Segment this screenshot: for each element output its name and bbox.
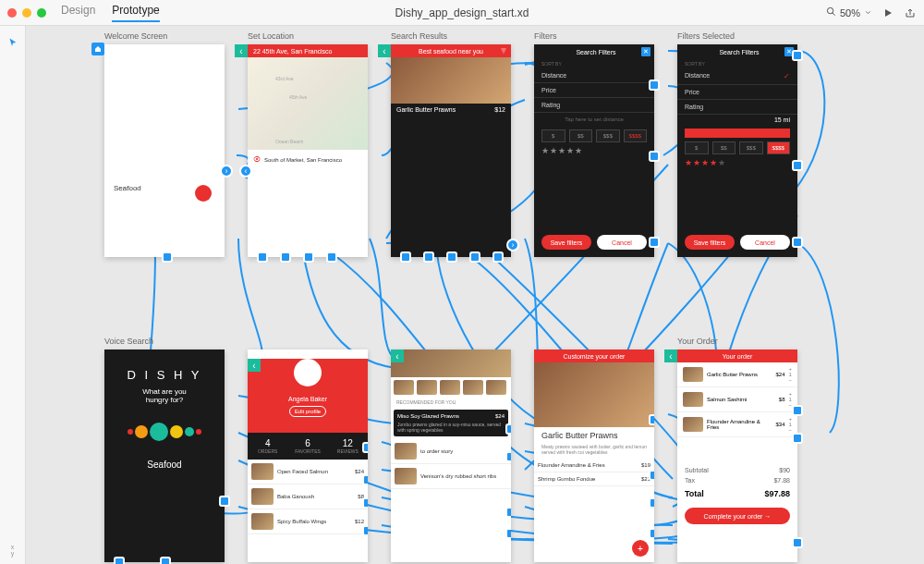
price-3[interactable]: $$$	[739, 141, 763, 154]
thumbnail-row[interactable]	[391, 377, 511, 398]
wire-handle[interactable]	[505, 451, 511, 462]
wire-handle[interactable]	[505, 528, 511, 539]
wire-handle[interactable]	[792, 50, 803, 61]
wire-handle[interactable]	[649, 80, 660, 91]
wire-handle[interactable]: ‹	[239, 165, 252, 178]
artboard-filters[interactable]: Filters Search Filters ✕ SORT BY Distanc…	[534, 44, 654, 257]
play-button[interactable]	[881, 6, 894, 19]
wire-handle[interactable]	[219, 496, 230, 507]
wire-handle[interactable]	[362, 497, 368, 509]
wire-handle[interactable]	[649, 528, 654, 539]
cancel-button[interactable]: Cancel	[740, 235, 790, 250]
order-item[interactable]: Salmon Sashimi$8+1−	[677, 387, 797, 412]
artboard-voice-search[interactable]: Voice Search D I S H Y What are you hung…	[104, 349, 225, 562]
list-item[interactable]: Spicy Buffalo Wings$12	[248, 509, 368, 534]
wire-handle[interactable]	[649, 497, 654, 509]
close-window-button[interactable]	[7, 8, 17, 18]
save-filters-button[interactable]: Save filters	[685, 235, 735, 250]
list-item[interactable]: Baba Ganoush$8	[248, 484, 368, 509]
wire-handle[interactable]	[326, 251, 337, 263]
wire-handle[interactable]	[160, 557, 171, 564]
wire-handle[interactable]: ›	[220, 165, 233, 178]
price-2[interactable]: $$	[569, 129, 593, 142]
rating-stars[interactable]: ★★★★★	[541, 146, 647, 155]
filter-price[interactable]: Price	[534, 83, 654, 98]
wire-handle[interactable]	[469, 251, 480, 263]
stat-favorites[interactable]: 6FAVORITES	[287, 433, 327, 460]
list-item[interactable]: Shrimp Gumbo Fondue$21	[534, 472, 654, 486]
pointer-tool-icon[interactable]	[7, 35, 18, 52]
result-row[interactable]: Garlic Butter Prawns $12	[391, 104, 511, 116]
complete-order-button[interactable]: Complete your order →	[685, 508, 790, 524]
wire-handle[interactable]	[649, 237, 660, 248]
artboard-filters-selected[interactable]: Filters Selected Search Filters ✕ SORT B…	[677, 44, 797, 257]
qty-stepper[interactable]: +1−	[788, 416, 792, 433]
list-item[interactable]: to order story	[391, 439, 511, 464]
zoom-control[interactable]: 50%	[826, 6, 872, 18]
wire-handle[interactable]	[280, 251, 291, 263]
distance-slider[interactable]	[685, 129, 790, 138]
save-filters-button[interactable]: Save filters	[541, 235, 591, 250]
wire-handle[interactable]	[505, 507, 511, 518]
home-badge-icon[interactable]	[91, 43, 104, 55]
wire-handle[interactable]	[792, 537, 803, 548]
add-button[interactable]: +	[632, 540, 649, 557]
zoom-window-button[interactable]	[37, 8, 46, 18]
price-1[interactable]: $	[541, 129, 565, 142]
wire-handle[interactable]	[162, 251, 173, 263]
wire-handle[interactable]	[505, 423, 511, 435]
filter-rating[interactable]: Rating	[534, 98, 654, 113]
wire-handle[interactable]	[362, 525, 368, 536]
price-4[interactable]: $$$$	[767, 141, 791, 154]
wire-handle[interactable]	[649, 414, 654, 425]
price-3[interactable]: $$$	[596, 129, 620, 142]
artboard-welcome[interactable]: Welcome Screen Seafood ›	[104, 44, 225, 257]
search-bar[interactable]: ‹ Best seafood near you	[391, 44, 511, 57]
rating-stars[interactable]: ★★★★★	[685, 158, 790, 167]
minimize-window-button[interactable]	[22, 8, 31, 18]
list-item[interactable]: Flounder Amandine & Fries$19	[534, 459, 654, 472]
edit-profile-button[interactable]: Edit profile	[289, 406, 326, 417]
wire-handle[interactable]	[446, 251, 457, 263]
qty-stepper[interactable]: +1−	[788, 391, 792, 408]
artboard-customize-order[interactable]: Customize Order ‹ Customize your order G…	[534, 349, 654, 562]
artboard-tastebuds[interactable]: TasteBuds ‹ RECOMMENDED FOR YOU Miso Soy…	[391, 349, 511, 562]
featured-card[interactable]: Miso Soy Glazed Prawns$24 Jumbo prawns g…	[394, 410, 508, 436]
wire-handle[interactable]	[423, 251, 434, 263]
result-image[interactable]	[391, 57, 511, 104]
distance-placeholder[interactable]: Tap here to set distance	[534, 113, 654, 126]
wire-handle[interactable]	[792, 237, 803, 248]
wire-handle[interactable]	[303, 251, 314, 263]
artboard-set-location[interactable]: Set Location ‹ 22 45th Ave, San Francisc…	[248, 44, 368, 257]
tab-prototype[interactable]: Prototype	[112, 4, 159, 22]
price-4[interactable]: $$$$	[624, 129, 648, 142]
location-row[interactable]: ⦿ South of Market, San Francisco	[248, 150, 368, 169]
avatar[interactable]	[294, 359, 322, 386]
wire-handle[interactable]	[649, 151, 660, 162]
share-button[interactable]	[904, 6, 917, 19]
price-1[interactable]: $	[685, 141, 709, 154]
order-item[interactable]: Flounder Amandine & Fries$34+1−	[677, 412, 797, 437]
cancel-button[interactable]: Cancel	[597, 235, 647, 250]
wire-handle[interactable]	[400, 251, 411, 263]
back-button[interactable]: ‹	[378, 44, 391, 57]
filter-rating[interactable]: Rating	[677, 100, 797, 115]
wire-handle[interactable]	[114, 557, 125, 564]
location-bar[interactable]: ‹ 22 45th Ave, San Francisco	[248, 44, 368, 57]
wire-handle[interactable]	[792, 160, 803, 171]
wire-handle[interactable]	[492, 251, 504, 263]
wire-handle[interactable]	[257, 251, 268, 263]
artboard-my-stuff[interactable]: My Stuff ‹ Angela Baker Edit profile 4OR…	[248, 349, 368, 562]
artboard-your-order[interactable]: Your Order ‹ Your order Garlic Butter Pr…	[677, 349, 797, 562]
filter-distance[interactable]: Distance✓	[677, 68, 797, 85]
qty-stepper[interactable]: +1−	[788, 366, 792, 383]
order-item[interactable]: Garlic Butter Prawns$24+1−	[677, 362, 797, 387]
stat-orders[interactable]: 4ORDERS	[248, 433, 287, 460]
filter-price[interactable]: Price	[677, 85, 797, 100]
artboard-search-results[interactable]: Search Results ‹ Best seafood near you G…	[391, 44, 511, 257]
price-2[interactable]: $$	[712, 141, 736, 154]
wire-handle[interactable]	[792, 405, 803, 416]
mic-button[interactable]	[195, 185, 212, 202]
close-icon[interactable]: ✕	[641, 47, 650, 56]
filter-distance[interactable]: Distance	[534, 68, 654, 83]
